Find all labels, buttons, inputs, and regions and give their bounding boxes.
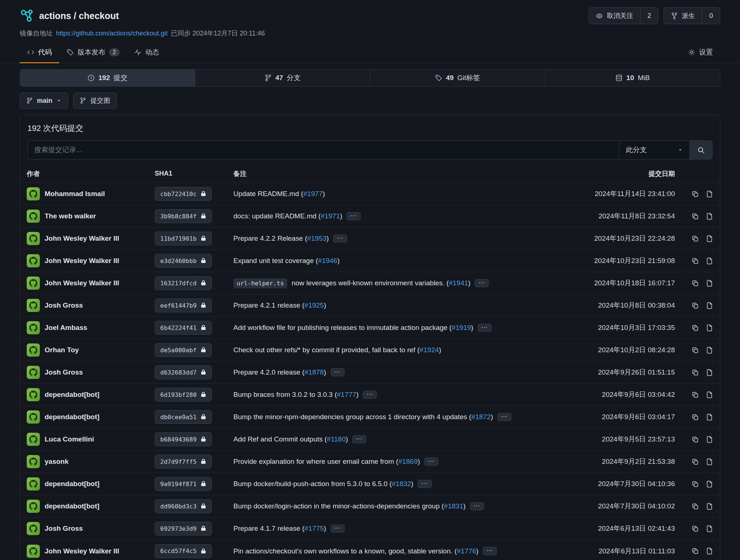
fork-count[interactable]: 0 <box>702 8 720 24</box>
commit-sha-button[interactable]: eef61447b9 <box>155 298 212 312</box>
browse-source-icon[interactable] <box>706 525 713 533</box>
commit-author-name[interactable]: The web walker <box>45 212 96 220</box>
browse-source-icon[interactable] <box>706 235 713 243</box>
copy-sha-icon[interactable] <box>691 503 699 510</box>
repo-title[interactable]: actions / checkout <box>39 11 119 21</box>
commit-author[interactable]: Josh Gross <box>27 522 155 535</box>
commit-pr-link[interactable]: #1872 <box>472 413 491 421</box>
commit-author[interactable]: dependabot[bot] <box>27 500 155 513</box>
copy-sha-icon[interactable] <box>691 235 699 243</box>
browse-source-icon[interactable] <box>706 391 713 399</box>
tab-releases[interactable]: 版本发布 2 <box>59 42 127 63</box>
stat-branches[interactable]: 47 分支 <box>195 69 370 86</box>
commit-message[interactable]: Prepare 4.2.1 release (#1925) <box>233 301 326 309</box>
commit-pr-link[interactable]: #1971 <box>321 212 340 220</box>
commit-author-name[interactable]: Orhan Toy <box>45 346 79 354</box>
commit-pr-link[interactable]: #1180 <box>327 435 346 443</box>
tab-activity[interactable]: 动态 <box>127 42 166 63</box>
browse-source-icon[interactable] <box>706 436 713 443</box>
copy-sha-icon[interactable] <box>691 213 699 220</box>
commit-sha-button[interactable]: 9a9194f871 <box>155 477 212 491</box>
search-button[interactable] <box>690 141 712 159</box>
copy-sha-icon[interactable] <box>691 346 699 354</box>
commit-more-button[interactable]: ··· <box>424 458 438 466</box>
commit-more-button[interactable]: ··· <box>497 413 511 421</box>
commit-pr-link[interactable]: #1869 <box>398 458 418 465</box>
browse-source-icon[interactable] <box>706 503 713 510</box>
commit-author[interactable]: John Wesley Walker III <box>27 254 155 267</box>
copy-sha-icon[interactable] <box>691 391 699 399</box>
commit-message[interactable]: Add Ref and Commit outputs (#1180) <box>233 435 348 443</box>
copy-sha-icon[interactable] <box>691 302 699 309</box>
commit-author-name[interactable]: dependabot[bot] <box>45 413 99 421</box>
commit-sha-button[interactable]: e3d2460bbb <box>155 254 212 268</box>
commit-author[interactable]: dependabot[bot] <box>27 388 155 401</box>
commit-sha-button[interactable]: db0cee9a51 <box>155 410 212 424</box>
commit-sha-button[interactable]: 11bd71901b <box>155 232 212 245</box>
commit-author-name[interactable]: Luca Comellini <box>45 435 94 443</box>
commit-author-name[interactable]: John Wesley Walker III <box>45 547 119 555</box>
stat-tags[interactable]: 49 Git标签 <box>370 69 545 86</box>
commit-pr-link[interactable]: #1924 <box>420 346 439 354</box>
commit-message[interactable]: Bump docker/login-action in the minor-ac… <box>233 502 466 510</box>
branch-filter-dropdown[interactable]: 此分支 <box>619 141 690 159</box>
watch-count[interactable]: 2 <box>640 8 658 24</box>
fork-button[interactable]: 派生 <box>664 8 702 24</box>
browse-source-icon[interactable] <box>706 413 713 421</box>
commit-author-name[interactable]: John Wesley Walker III <box>45 234 119 243</box>
unwatch-button[interactable]: 取消关注 <box>589 8 640 24</box>
commit-message[interactable]: docs: update README.md (#1971) <box>233 212 342 220</box>
commit-author-name[interactable]: dependabot[bot] <box>45 502 99 510</box>
stat-size[interactable]: 10 MiB <box>545 69 720 86</box>
commit-pr-link[interactable]: #1878 <box>304 368 324 376</box>
commit-more-button[interactable]: ··· <box>470 502 484 511</box>
commit-sha-button[interactable]: 2d7d9f7ff5 <box>155 455 212 469</box>
commit-sha-button[interactable]: b684943689 <box>155 432 212 446</box>
commit-message[interactable]: Check out other refs/* by commit if prov… <box>233 346 441 354</box>
copy-sha-icon[interactable] <box>691 458 699 466</box>
commit-pr-link[interactable]: #1925 <box>304 301 324 309</box>
commit-message[interactable]: Prepare 4.2.0 release (#1878) <box>233 368 326 376</box>
commit-more-button[interactable]: ··· <box>331 525 345 533</box>
commit-pr-link[interactable]: #1776 <box>457 547 476 555</box>
commit-sha-button[interactable]: 6ccd57f4c5 <box>155 544 212 558</box>
commit-message[interactable]: Add workflow file for publishing release… <box>233 324 473 332</box>
commit-author[interactable]: John Wesley Walker III <box>27 232 155 245</box>
commit-pr-link[interactable]: #1919 <box>452 324 471 331</box>
browse-source-icon[interactable] <box>706 279 713 287</box>
copy-sha-icon[interactable] <box>691 369 699 376</box>
commit-author-name[interactable]: Josh Gross <box>45 368 83 376</box>
site-logo-icon[interactable] <box>20 9 34 23</box>
commit-more-button[interactable]: ··· <box>347 212 361 221</box>
commit-sha-button[interactable]: cbb722410c <box>155 187 212 201</box>
browse-source-icon[interactable] <box>706 302 713 309</box>
browse-source-icon[interactable] <box>706 458 713 466</box>
commit-sha-button[interactable]: 163217dfcd <box>155 276 212 290</box>
commit-more-button[interactable]: ··· <box>363 391 377 399</box>
browse-source-icon[interactable] <box>706 480 713 488</box>
commit-message[interactable]: Prepare 4.1.7 release (#1775) <box>233 525 326 533</box>
commit-author[interactable]: John Wesley Walker III <box>27 545 155 558</box>
commit-pr-link[interactable]: #1832 <box>392 480 411 488</box>
copy-sha-icon[interactable] <box>691 436 699 443</box>
commit-message[interactable]: Bump the minor-npm-dependencies group ac… <box>233 413 493 421</box>
commit-more-button[interactable]: ··· <box>483 547 497 555</box>
commit-author[interactable]: Josh Gross <box>27 299 155 312</box>
commit-pr-link[interactable]: #1941 <box>449 279 468 287</box>
copy-sha-icon[interactable] <box>691 547 699 555</box>
commit-author-name[interactable]: John Wesley Walker III <box>45 279 119 287</box>
copy-sha-icon[interactable] <box>691 279 699 287</box>
commit-author-name[interactable]: Josh Gross <box>45 301 83 309</box>
mirror-url-link[interactable]: https://github.com/actions/checkout.git <box>56 30 168 37</box>
commit-search-input[interactable] <box>28 141 619 159</box>
commit-more-button[interactable]: ··· <box>418 480 432 488</box>
browse-source-icon[interactable] <box>706 324 713 332</box>
browse-source-icon[interactable] <box>706 213 713 220</box>
commit-author-name[interactable]: dependabot[bot] <box>45 391 99 399</box>
commit-author-name[interactable]: John Wesley Walker III <box>45 257 119 265</box>
commit-author[interactable]: Luca Comellini <box>27 433 155 446</box>
commit-author-name[interactable]: Mohammad Ismail <box>45 190 105 198</box>
browse-source-icon[interactable] <box>706 346 713 354</box>
stat-commits[interactable]: 192 提交 <box>20 69 195 86</box>
commit-author[interactable]: Joel Ambass <box>27 321 155 334</box>
